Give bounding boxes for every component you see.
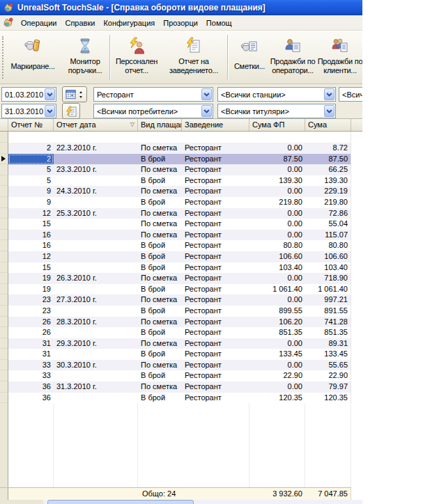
row-selector[interactable]	[0, 230, 8, 241]
cell-payment-type: По сметка	[138, 186, 182, 197]
row-selector[interactable]	[0, 251, 8, 262]
users-combo-dropdown-icon[interactable]	[201, 105, 212, 117]
calendar-button[interactable]	[62, 86, 87, 102]
header-report-date[interactable]: Отчет дата▽	[54, 119, 138, 131]
cell-payment-type: В брой	[138, 327, 182, 338]
header-sum-fp[interactable]: Сума ФП	[249, 119, 305, 131]
table-row[interactable]: 3631.3.2010 г.По сметкаРесторант0.0079.9…	[0, 381, 362, 393]
footer-total-count: Общо: 24	[138, 488, 182, 500]
toolbar-separator	[109, 35, 110, 80]
menu-item[interactable]: Справки	[61, 17, 99, 29]
row-selector[interactable]	[0, 294, 8, 306]
table-row[interactable]: 15В бройРесторант103.40103.40	[0, 262, 362, 274]
cell-sum-fp: 851.35	[249, 327, 305, 338]
cell-report-date	[54, 349, 138, 360]
menu-item[interactable]: Конфигурация	[99, 17, 159, 29]
table-row[interactable]: 222.3.2010 г.По сметкаРесторант0.008.72	[0, 143, 362, 154]
table-row[interactable]: 33В бройРесторант22.9022.90	[0, 370, 362, 381]
date-spinner[interactable]	[78, 91, 84, 98]
toolbar-button[interactable]: Отчет назаведението...	[162, 31, 226, 84]
menu-item[interactable]: Помощ	[202, 17, 236, 29]
table-row[interactable]: 16В бройРесторант80.8080.80	[0, 240, 362, 251]
venue-combo[interactable]: Ресторант	[93, 87, 213, 102]
menu-item[interactable]: Операции	[17, 17, 61, 29]
menu-item[interactable]: Прозорци	[159, 17, 202, 29]
table-row[interactable]: 12В бройРесторант106.60106.60	[0, 251, 362, 262]
table-row[interactable]: 1225.3.2010 г.По сметкаРесторант0.0072.8…	[0, 208, 362, 219]
table-row[interactable]: 9В бройРесторант219.80219.80	[0, 197, 362, 208]
stations-combo-dropdown-icon[interactable]	[324, 88, 334, 100]
toolbar-button[interactable]: Персоналенотчет...	[112, 31, 162, 84]
holders-combo[interactable]: <Всички титуляри>	[217, 104, 336, 118]
table-row[interactable]: 2В бройРесторант87.5087.50	[0, 154, 362, 165]
row-selector[interactable]	[0, 132, 8, 143]
row-selector[interactable]	[0, 262, 8, 274]
cell-venue: Ресторант	[182, 294, 249, 306]
refresh-report-button[interactable]	[62, 103, 80, 119]
toolbar-button[interactable]: Продажби пооператори...	[270, 31, 316, 84]
holders-combo-dropdown-icon[interactable]	[324, 105, 334, 117]
venue-combo-dropdown-icon[interactable]	[201, 88, 212, 100]
table-row[interactable]: 16По сметкаРесторант0.00115.07	[0, 230, 362, 241]
table-row[interactable]: 924.3.2010 г.По сметкаРесторант0.00229.1…	[0, 186, 362, 197]
row-selector[interactable]	[0, 164, 8, 175]
row-selector[interactable]	[0, 370, 8, 381]
table-row[interactable]: 2628.3.2010 г.По сметкаРесторант106.2074…	[0, 317, 362, 328]
table-row[interactable]: 3129.3.2010 г.По сметкаРесторант0.0089.3…	[0, 338, 362, 349]
row-selector[interactable]	[0, 381, 8, 393]
date-from-dropdown-icon[interactable]	[45, 88, 55, 100]
row-selector[interactable]	[0, 393, 8, 404]
table-row[interactable]: 26В бройРесторант851.35851.35	[0, 327, 362, 338]
table-row[interactable]: 5В бройРесторант139.30139.30	[0, 175, 362, 187]
table-row[interactable]: 15По сметкаРесторант0.0055.04	[0, 219, 362, 230]
row-selector[interactable]	[0, 197, 8, 208]
users-combo[interactable]: <Всички потребители>	[93, 104, 213, 118]
date-to-field[interactable]: 31.03.2010	[1, 104, 56, 118]
cell-report-date	[54, 370, 138, 381]
table-row[interactable]: 1926.3.2010 г.По сметкаРесторант0.00718.…	[0, 273, 362, 284]
row-selector[interactable]	[0, 240, 8, 251]
row-selector[interactable]	[0, 175, 8, 187]
date-from-field[interactable]: 01.03.2010	[1, 87, 56, 102]
cell-payment-type: В брой	[138, 306, 182, 317]
row-selector[interactable]	[0, 317, 8, 328]
users-combo-value: <Всички потребители>	[94, 107, 201, 116]
row-selector[interactable]	[0, 306, 8, 317]
row-selector[interactable]	[0, 154, 8, 165]
header-payment-type[interactable]: Вид плащане	[138, 119, 182, 131]
table-row[interactable]: 36В бройРесторант120.35120.35	[0, 393, 362, 404]
table-row[interactable]: 23В бройРесторант899.55891.55	[0, 306, 362, 317]
header-report-number[interactable]: Отчет №	[8, 119, 54, 131]
table-row[interactable]: 19В бройРесторант1 061.401 061.40	[0, 284, 362, 295]
scrollbar-thumb[interactable]	[47, 500, 194, 504]
table-row[interactable]: 2327.3.2010 г.По сметкаРесторант0.00997.…	[0, 294, 362, 306]
toolbar-button[interactable]: Маркиране...	[3, 31, 62, 84]
extra-combo[interactable]: <Всич	[339, 87, 362, 102]
row-selector[interactable]	[0, 360, 8, 371]
cell-sum: 79.97	[305, 381, 351, 393]
row-selector[interactable]	[0, 273, 8, 284]
row-selector[interactable]	[0, 143, 8, 154]
table-row[interactable]: 523.3.2010 г.По сметкаРесторант0.0066.25	[0, 164, 362, 175]
mugs-icon	[24, 36, 42, 56]
date-to-dropdown-icon[interactable]	[45, 105, 55, 117]
table-row-blank[interactable]	[0, 132, 362, 143]
header-venue[interactable]: Заведение	[182, 119, 249, 131]
toolbar-button[interactable]: Мониторпоръчки...	[62, 31, 108, 84]
horizontal-scrollbar[interactable]	[0, 500, 362, 504]
row-selector[interactable]	[0, 327, 8, 338]
row-selector[interactable]	[0, 186, 8, 197]
stations-combo[interactable]: <Всички станции>	[217, 87, 336, 102]
row-selector[interactable]	[0, 338, 8, 349]
table-row[interactable]: 3330.3.2010 г.По сметкаРесторант0.0055.6…	[0, 360, 362, 371]
row-selector[interactable]	[0, 219, 8, 230]
header-sum[interactable]: Сума	[305, 119, 351, 131]
row-selector[interactable]	[0, 349, 8, 360]
toolbar-button[interactable]: Продажби поклиенти...	[316, 31, 362, 84]
row-selector[interactable]	[0, 284, 8, 295]
cell-report-number: 23	[8, 294, 54, 306]
scrollbar-track[interactable]	[43, 500, 362, 504]
table-row[interactable]: 31В бройРесторант133.45133.45	[0, 349, 362, 360]
toolbar-button[interactable]: Сметки...	[229, 31, 270, 84]
row-selector[interactable]	[0, 208, 8, 219]
